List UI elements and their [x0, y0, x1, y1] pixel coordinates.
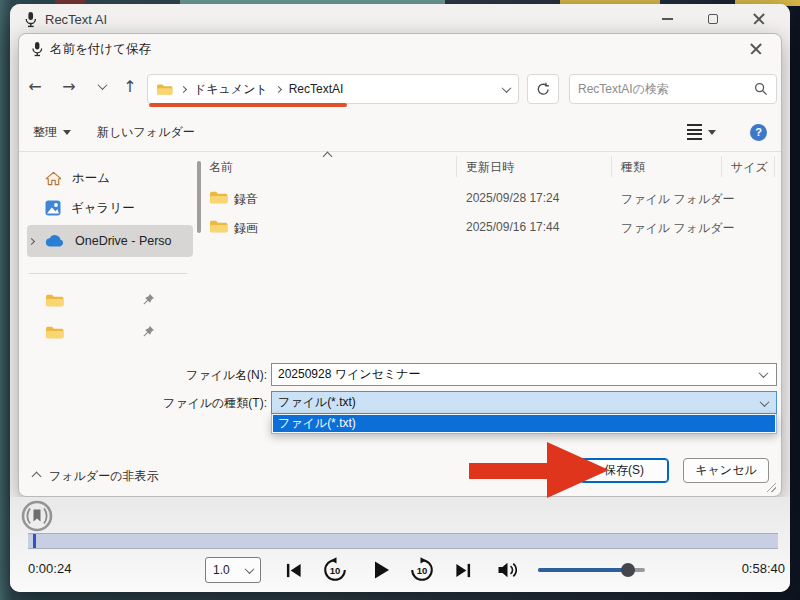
total-time: 0:58:40: [733, 561, 785, 576]
file-type: ファイル フォルダー: [621, 220, 735, 237]
folder-icon: [209, 219, 228, 234]
chevron-down-icon: [760, 397, 770, 407]
pin-icon: [141, 325, 155, 339]
forward-10-button[interactable]: 10: [408, 557, 436, 583]
filetype-option-txt[interactable]: ファイル(*.txt): [273, 415, 775, 432]
close-button[interactable]: [736, 5, 782, 33]
chevron-down-icon: [245, 564, 255, 574]
forward-10-icon: 10: [409, 557, 435, 583]
close-icon: [750, 43, 762, 55]
new-folder-button[interactable]: 新しいフォルダー: [97, 124, 195, 141]
address-dropdown-chevron-icon[interactable]: [502, 83, 512, 93]
file-type: ファイル フォルダー: [621, 191, 735, 208]
skip-to-start-button[interactable]: [280, 557, 308, 583]
dialog-close-button[interactable]: [737, 36, 775, 62]
chevron-right-icon[interactable]: [28, 237, 35, 244]
rewind-10-button[interactable]: 10: [321, 557, 349, 583]
sidebar-pinned-folder[interactable]: [27, 317, 177, 347]
play-button[interactable]: [367, 557, 395, 583]
sidebar-item-gallery[interactable]: ギャラリー: [27, 194, 193, 222]
volume-thumb[interactable]: [621, 563, 635, 577]
column-header-name[interactable]: 名前: [209, 159, 233, 176]
sidebar-pinned-folder[interactable]: [27, 285, 177, 315]
column-header-type[interactable]: 種類: [621, 159, 645, 176]
recent-locations-button[interactable]: [88, 72, 116, 100]
file-list-header: 名前 更新日時 種類 サイズ: [206, 153, 777, 180]
up-button[interactable]: ↑: [116, 72, 144, 100]
volume-icon: [497, 561, 521, 579]
back-button[interactable]: ←: [21, 72, 49, 100]
media-player: 0:00:24 1.0 10: [10, 497, 790, 592]
svg-text:10: 10: [417, 565, 428, 576]
forward-button[interactable]: →: [55, 72, 83, 100]
annotation-arrow-head: [547, 442, 609, 498]
organize-label: 整理: [33, 124, 57, 141]
sidebar-separator: [29, 273, 187, 274]
filetype-label: ファイルの種類(T):: [119, 395, 267, 412]
window-controls: [644, 4, 782, 34]
microphone-dialog-icon: [31, 41, 43, 57]
toolbar-separator: [19, 151, 781, 152]
progress-marker[interactable]: [33, 534, 36, 548]
triangle-down-icon: [708, 130, 716, 135]
playback-speed-select[interactable]: 1.0: [205, 557, 261, 583]
playback-progress-bar[interactable]: [28, 533, 778, 549]
volume-button[interactable]: [495, 557, 523, 583]
folder-icon: [45, 325, 64, 340]
resize-grip[interactable]: [765, 481, 776, 492]
chevron-right-icon: [275, 85, 282, 92]
breadcrumb-item-documents[interactable]: ドキュメント: [194, 81, 268, 98]
recording-bookmark-icon[interactable]: [20, 499, 54, 533]
skip-to-end-button[interactable]: [449, 557, 477, 583]
volume-fill: [538, 568, 628, 572]
hide-folders-button[interactable]: フォルダーの非表示: [33, 468, 158, 485]
sidebar-item-label: ギャラリー: [71, 200, 135, 217]
breadcrumb[interactable]: ドキュメント RecTextAI: [147, 74, 519, 104]
hide-folders-label: フォルダーの非表示: [49, 468, 158, 485]
app-titlebar[interactable]: RecText AI: [10, 4, 790, 34]
dialog-toolbar: 整理 新しいフォルダー ?: [19, 114, 781, 150]
maximize-button[interactable]: [690, 5, 736, 33]
pin-icon: [141, 293, 155, 307]
annotation-underline: [149, 103, 347, 107]
search-container: [569, 74, 777, 104]
volume-slider[interactable]: [538, 568, 645, 572]
app-title: RecText AI: [45, 12, 107, 27]
sidebar-scrollbar[interactable]: [197, 161, 201, 233]
minimize-button[interactable]: [644, 5, 690, 33]
skip-end-icon: [453, 562, 473, 579]
list-view-icon: [687, 124, 702, 140]
column-header-size[interactable]: サイズ: [731, 159, 768, 176]
column-header-modified[interactable]: 更新日時: [466, 159, 514, 176]
dialog-footer: フォルダーの非表示 保存(S) キャンセル: [19, 454, 781, 496]
refresh-icon: [536, 82, 550, 96]
organize-button[interactable]: 整理: [33, 124, 71, 141]
filename-input[interactable]: [271, 363, 777, 386]
filetype-combobox[interactable]: ファイル(*.txt): [271, 391, 777, 414]
sidebar-item-onedrive[interactable]: OneDrive - Perso: [27, 225, 193, 257]
file-name: 録音: [234, 191, 258, 208]
breadcrumb-item-rectextai[interactable]: RecTextAI: [289, 82, 344, 96]
file-name: 録画: [234, 220, 258, 237]
navigation-pane: ホーム ギャラリー OneDrive - Perso: [19, 153, 201, 365]
filetype-row: ファイルの種類(T): ファイル(*.txt) ファイル(*.txt): [19, 391, 781, 415]
view-options-button[interactable]: [687, 124, 716, 140]
file-row-rokuon[interactable]: 録音 2025/09/28 17:24 ファイル フォルダー: [206, 184, 777, 212]
filename-label: ファイル名(N):: [119, 367, 267, 384]
chevron-up-icon: [32, 472, 42, 482]
dialog-title: 名前を付けて保存: [50, 41, 151, 58]
cancel-button[interactable]: キャンセル: [683, 458, 769, 483]
skip-start-icon: [284, 562, 304, 579]
sidebar-item-home[interactable]: ホーム: [27, 164, 193, 192]
chevron-right-icon: [180, 85, 187, 92]
search-input[interactable]: [578, 82, 754, 96]
folder-icon: [209, 190, 228, 205]
minimize-icon: [662, 18, 673, 20]
svg-text:10: 10: [330, 565, 341, 576]
dialog-header[interactable]: 名前を付けて保存: [19, 34, 781, 64]
help-button[interactable]: ?: [750, 124, 767, 141]
refresh-button[interactable]: [527, 74, 559, 104]
file-modified: 2025/09/28 17:24: [466, 191, 559, 205]
file-row-rokuga[interactable]: 録画 2025/09/16 17:44 ファイル フォルダー: [206, 213, 777, 241]
current-time: 0:00:24: [28, 561, 71, 576]
